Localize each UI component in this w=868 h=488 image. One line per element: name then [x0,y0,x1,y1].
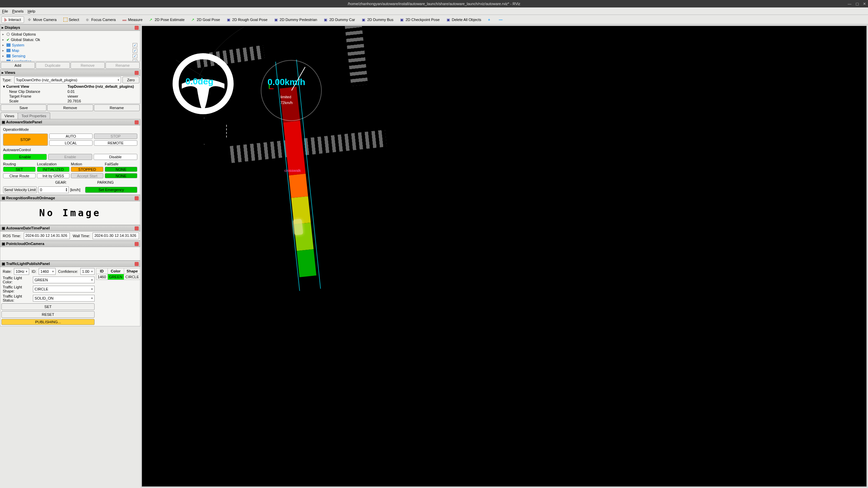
tl-set-button[interactable]: SET [1,303,95,310]
near-clip-value[interactable]: 0.01 [67,89,137,94]
crosswalk-marking [343,26,368,86]
set-emergency-button[interactable]: Set Emergency [85,187,137,193]
pcoc-header[interactable]: ▣ PointcloudOnCamera [0,241,140,247]
velocity-limit-input[interactable]: 0▴▾ [38,186,69,193]
tool-select[interactable]: Select [60,16,82,23]
send-velocity-limit-button[interactable]: Send Velocity Limit [3,186,37,193]
close-panel-icon[interactable] [135,226,139,230]
tree-item-system[interactable]: System [12,43,24,47]
rename-button[interactable]: Rename [105,62,140,69]
menu-file[interactable]: File [2,9,8,13]
tool-measure[interactable]: Measure [119,16,145,23]
displays-header[interactable]: ▸ Displays [0,24,140,31]
remove-view-button[interactable]: Remove [47,104,93,111]
stop-button[interactable]: STOP [3,134,48,146]
tool-2d-goal-pose[interactable]: ↗2D Goal Pose [188,16,223,23]
spinner-icon[interactable]: ▴▾ [66,188,67,192]
tool-2d-dummy-bus[interactable]: ▣2D Dummy Bus [359,16,396,23]
menu-help[interactable]: Help [27,9,35,13]
minimize-icon[interactable]: — [848,2,851,6]
tool-2d-rough-goal-pose[interactable]: ▣2D Rough Goal Pose [224,16,271,23]
target-frame-value[interactable]: viewer [67,94,137,98]
views-header[interactable]: ▸ Views [0,69,140,76]
duplicate-button[interactable]: Duplicate [36,62,70,69]
datetime-header[interactable]: ▣ AutowareDateTimePanel [0,225,140,231]
recog-header[interactable]: ▣ RecognitionResultOnImage [0,195,140,201]
close-panel-icon[interactable] [135,26,139,30]
tool-move-camera[interactable]: ✥Move Camera [25,16,60,23]
clear-route-button[interactable]: Clear Route [3,173,36,178]
tlp-header[interactable]: ▣ TrafficLightPublishPanel [0,261,140,267]
tool-2d-pose-estimate[interactable]: ↗2D Pose Estimate [146,16,188,23]
displays-tree[interactable]: ▸Global Options ▸✔Global Status: Ok ▸Sys… [0,31,140,61]
close-panel-icon[interactable] [135,196,139,200]
scale-value[interactable]: 20.7816 [67,99,137,103]
stop2-button: STOP [94,134,137,139]
local-button[interactable]: LOCAL [49,140,93,146]
add-button[interactable]: Add [1,62,35,69]
save-view-button[interactable]: Save [1,104,46,111]
steering-angle-value: 0.0deg [185,76,213,87]
close-panel-icon[interactable] [135,262,139,266]
operation-mode-label: OperationMode [1,126,139,133]
checkbox[interactable]: ✓ [133,48,137,53]
state-header[interactable]: ▣ AutowareStatePanel [0,119,140,125]
tool-delete-all[interactable]: ▣Delete All Objects [443,16,485,23]
tab-tool-properties[interactable]: Tool Properties [18,113,50,119]
close-panel-icon[interactable] [135,120,139,124]
checkbox[interactable]: ✓ [133,43,137,47]
tool-2d-checkpoint-pose[interactable]: ▣2D Checkpoint Pose [397,16,442,23]
ego-vehicle [293,219,303,235]
motion-stopped: STOPPED [71,167,103,172]
car-icon: ▣ [227,18,231,22]
tool-2d-dummy-car[interactable]: ▣2D Dummy Car [321,16,358,23]
zero-button[interactable]: Zero [122,77,139,83]
maximize-icon[interactable]: ▢ [855,2,859,6]
tool-2d-dummy-pedestrian[interactable]: ▣2D Dummy Pedestrian [271,16,320,23]
tool-plus[interactable]: + [485,16,495,23]
select-icon [63,18,67,22]
axis-gizmo [264,84,274,94]
disable-button[interactable]: Disable [94,154,137,160]
3d-viewport[interactable]: 0.0deg 0.00km/h limited72km/h crosswalk [142,26,867,487]
table-row[interactable]: 1460GREENCIRCLESOLID_ON1 [96,274,140,280]
tree-item-sensing[interactable]: Sensing [12,54,25,58]
auto-button[interactable]: AUTO [49,134,93,139]
remove-button[interactable]: Remove [71,62,105,69]
close-panel-icon[interactable] [135,71,139,75]
confidence-label: Confidence: [57,269,79,273]
motion-label: Motion [71,162,103,166]
crosswalk-label: crosswalk [284,168,301,172]
current-view-value: TopDownOrtho (rviz_default_plugins) [67,84,137,89]
menu-panels[interactable]: Panels [12,9,24,13]
no-image-text: No Image [0,201,140,225]
close-icon[interactable]: ✕ [863,2,866,6]
tl-shape-select[interactable]: CIRCLE [33,286,95,292]
id-select[interactable]: 1460 [39,268,56,275]
tree-item-map[interactable]: Map [12,48,19,53]
remote-button[interactable]: REMOTE [94,140,137,146]
init-gnss-button[interactable]: Init by GNSS [37,173,70,178]
arrow-icon: ↗ [149,18,153,22]
window-title: /home/zhanhongyan/autoware/install/autow… [348,2,520,6]
tool-minus[interactable]: — [496,16,506,23]
tool-interact[interactable]: Interact [1,16,24,23]
checkbox[interactable]: ✓ [133,54,137,58]
tool-focus-camera[interactable]: ⊕Focus Camera [83,16,119,23]
tree-item-localization[interactable]: Localization [12,59,32,61]
checkbox[interactable]: ✓ [133,59,137,62]
tab-views[interactable]: Views [1,113,18,119]
tl-status-select[interactable]: SOLID_ON [33,295,95,302]
tree-item-global-options[interactable]: Global Options [11,32,36,36]
accept-start-button: Accept Start [71,173,103,178]
view-type-select[interactable]: TopDownOrtho (rviz_default_plugins) [14,77,121,83]
rename-view-button[interactable]: Rename [94,104,140,111]
rate-select[interactable]: 10Hz [14,268,29,275]
tl-color-select[interactable]: GREEN [33,277,95,283]
tl-reset-button[interactable]: RESET [1,311,95,318]
globe-icon [6,33,10,36]
close-panel-icon[interactable] [135,242,139,246]
failsafe-label: FailSafe [105,162,137,166]
tree-item-global-status[interactable]: Global Status: Ok [11,38,40,42]
confidence-select[interactable]: 1.00 [80,268,95,275]
